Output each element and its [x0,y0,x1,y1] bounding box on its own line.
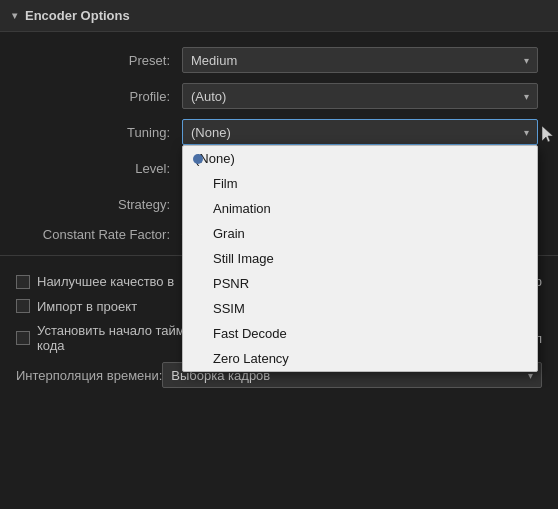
dropdown-item-film[interactable]: Film [183,171,537,196]
tuning-select[interactable]: (None) ▾ [182,119,538,145]
dropdown-item-ssim[interactable]: SSIM [183,296,537,321]
best-quality-checkbox[interactable] [16,275,30,289]
encoder-options-panel: ▾ Encoder Options Preset: Medium ▾ Profi… [0,0,558,399]
tuning-row: Tuning: (None) ▾ (None) Film Anim [0,114,558,150]
dropdown-item-none[interactable]: (None) [183,146,537,171]
profile-select[interactable]: (Auto) ▾ [182,83,538,109]
profile-value: (Auto) [191,89,226,104]
preset-row: Preset: Medium ▾ [0,42,558,78]
svg-marker-0 [542,126,553,142]
dropdown-item-animation[interactable]: Animation [183,196,537,221]
tuning-control: (None) ▾ (None) Film Animation [182,119,538,145]
tuning-dropdown: (None) Film Animation Grain Still Image [182,145,538,372]
interpolation-label: Интерполяция времени: [16,368,162,383]
dropdown-item-label: Grain [213,226,245,241]
cursor-icon [540,125,554,143]
dropdown-item-zero-latency[interactable]: Zero Latency [183,346,537,371]
profile-label: Profile: [40,89,170,104]
profile-arrow-icon: ▾ [524,91,529,102]
dropdown-item-fast-decode[interactable]: Fast Decode [183,321,537,346]
import-project-checkbox-wrap[interactable]: Импорт в проект [16,299,137,314]
dropdown-item-label: Film [213,176,238,191]
preset-control: Medium ▾ [182,47,538,73]
dropdown-item-label: Still Image [213,251,274,266]
preset-arrow-icon: ▾ [524,55,529,66]
profile-row: Profile: (Auto) ▾ [0,78,558,114]
import-project-checkbox[interactable] [16,299,30,313]
best-quality-checkbox-wrap[interactable]: Наилучшее качество в [16,274,174,289]
preset-value: Medium [191,53,237,68]
set-timecode-checkbox[interactable] [16,331,30,345]
section-header[interactable]: ▾ Encoder Options [0,0,558,32]
dropdown-item-psnr[interactable]: PSNR [183,271,537,296]
tuning-label: Tuning: [40,125,170,140]
tuning-arrow-icon: ▾ [524,127,529,138]
crf-label: Constant Rate Factor: [40,227,170,242]
dropdown-item-label: SSIM [213,301,245,316]
best-quality-label: Наилучшее качество в [37,274,174,289]
dropdown-item-still-image[interactable]: Still Image [183,246,537,271]
preset-select[interactable]: Medium ▾ [182,47,538,73]
section-title: Encoder Options [25,8,130,23]
dropdown-item-label: PSNR [213,276,249,291]
encoder-options-body: Preset: Medium ▾ Profile: (Auto) ▾ Tunin… [0,32,558,247]
dropdown-item-label: Zero Latency [213,351,289,366]
dropdown-item-grain[interactable]: Grain [183,221,537,246]
dropdown-item-label: Fast Decode [213,326,287,341]
strategy-label: Strategy: [40,197,170,212]
tuning-value: (None) [191,125,231,140]
profile-control: (Auto) ▾ [182,83,538,109]
preset-label: Preset: [40,53,170,68]
level-label: Level: [40,161,170,176]
dropdown-item-label: Animation [213,201,271,216]
set-timecode-checkbox-wrap[interactable]: Установить начало тайм-кода [16,323,210,353]
collapse-chevron: ▾ [12,10,17,21]
selected-dot [193,154,203,164]
import-project-label: Импорт в проект [37,299,137,314]
